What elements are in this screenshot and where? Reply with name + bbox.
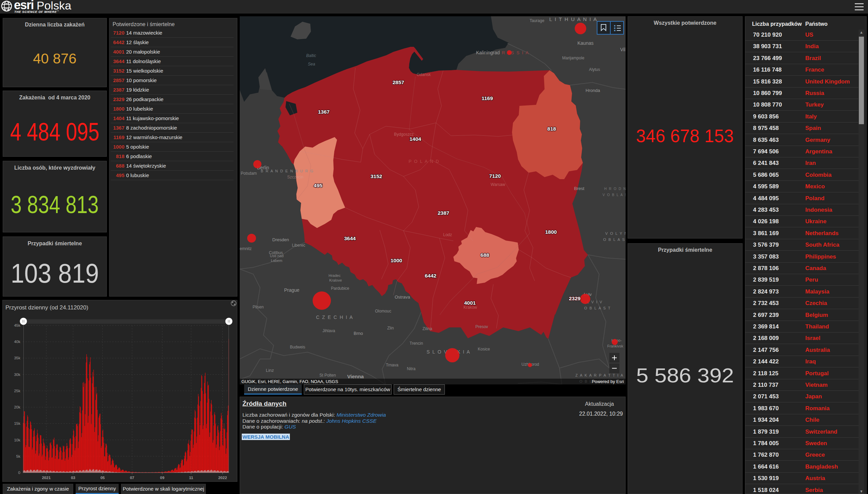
svg-text:2022: 2022: [218, 476, 227, 480]
svg-text:V O L Y N: V O L Y N: [605, 231, 626, 235]
svg-text:Szczecin: Szczecin: [287, 175, 303, 179]
svg-text:H R O D N A: H R O D N A: [604, 187, 626, 191]
svg-text:10k: 10k: [14, 438, 20, 442]
svg-text:2857: 2857: [393, 79, 404, 85]
svg-text:Alytus: Alytus: [589, 67, 600, 72]
svg-text:V O B L A S T S: V O B L A S T S: [603, 193, 626, 197]
svg-text:1404: 1404: [410, 136, 421, 142]
svg-text:35k: 35k: [14, 356, 20, 360]
svg-text:6442: 6442: [425, 273, 436, 279]
svg-text:5k: 5k: [16, 454, 20, 458]
svg-text:25k: 25k: [14, 389, 20, 393]
svg-text:7120: 7120: [489, 173, 501, 179]
svg-text:688: 688: [480, 252, 489, 258]
svg-text:20k: 20k: [14, 405, 20, 409]
svg-text:Marijampole: Marijampole: [562, 56, 585, 60]
svg-text:Kaunas: Kaunas: [577, 40, 593, 46]
svg-text:1367: 1367: [318, 109, 330, 115]
svg-text:Krakow: Krakow: [463, 305, 477, 310]
svg-text:Usti nad: Usti nad: [270, 254, 283, 258]
svg-text:Trnava: Trnava: [386, 363, 398, 367]
svg-text:07: 07: [130, 476, 134, 480]
svg-text:Warsaw: Warsaw: [491, 182, 505, 187]
svg-text:Vienna: Vienna: [347, 374, 364, 379]
svg-text:Budweis: Budweis: [290, 345, 305, 349]
svg-text:S S I A: S S I A: [511, 50, 529, 55]
svg-text:Kosice: Kosice: [478, 347, 490, 352]
svg-text:Jihlava: Jihlava: [322, 328, 335, 333]
svg-text:40k: 40k: [14, 340, 20, 344]
svg-text:O B L A S T: O B L A S T: [584, 306, 611, 310]
svg-text:Zilina: Zilina: [422, 326, 432, 331]
svg-text:818: 818: [547, 126, 556, 132]
svg-text:2387: 2387: [438, 210, 449, 216]
svg-text:Kralove: Kralove: [329, 278, 342, 282]
svg-text:11: 11: [189, 476, 194, 480]
svg-text:emnitz: emnitz: [240, 246, 252, 251]
svg-text:L I T H U A N I A: L I T H U A N I A: [549, 16, 597, 22]
svg-text:Plisen: Plisen: [253, 305, 264, 309]
svg-text:Olomouc: Olomouc: [375, 309, 391, 314]
svg-text:Brno: Brno: [354, 331, 363, 336]
svg-text:Taurage: Taurage: [530, 18, 545, 23]
svg-text:3644: 3644: [344, 235, 356, 241]
svg-text:Prague: Prague: [284, 287, 299, 293]
svg-text:1000: 1000: [391, 258, 402, 263]
svg-text:30k: 30k: [14, 373, 20, 377]
svg-text:R: R: [502, 50, 506, 55]
svg-text:15k: 15k: [14, 421, 20, 425]
svg-text:Presov: Presov: [475, 324, 488, 329]
svg-text:05: 05: [100, 476, 105, 480]
svg-text:GUGiK, Esri, HERE, Garmin, FAO: GUGiK, Esri, HERE, Garmin, FAO, NOAA, US…: [241, 379, 338, 384]
svg-text:P O L A N D: P O L A N D: [409, 159, 439, 164]
svg-text:Brest: Brest: [574, 186, 585, 191]
svg-text:1800: 1800: [545, 229, 557, 235]
svg-text:03: 03: [71, 476, 75, 480]
svg-text:0: 0: [18, 471, 20, 475]
svg-text:Viln: Viln: [620, 47, 626, 52]
svg-text:Hronda: Hronda: [586, 88, 600, 93]
svg-text:Potsdam: Potsdam: [241, 171, 257, 176]
svg-text:St Polten: St Polten: [319, 373, 336, 378]
svg-text:Ostrava: Ostrava: [395, 294, 410, 300]
svg-text:Kaliningrad: Kaliningrad: [476, 50, 500, 55]
svg-text:1169: 1169: [481, 95, 493, 101]
svg-text:O B L A S T: O B L A S T: [603, 238, 626, 242]
svg-text:Gdansk: Gdansk: [417, 72, 431, 77]
svg-text:Baltic: Baltic: [306, 53, 316, 58]
svg-text:2021: 2021: [42, 476, 51, 480]
svg-text:45k: 45k: [14, 323, 20, 327]
svg-text:Lodz: Lodz: [443, 232, 452, 237]
svg-text:Zlin: Zlin: [387, 326, 394, 330]
svg-text:495: 495: [314, 183, 322, 188]
svg-text:C Z E C H I A: C Z E C H I A: [316, 315, 353, 320]
svg-text:3152: 3152: [371, 173, 382, 179]
svg-text:Sea: Sea: [308, 62, 315, 66]
svg-text:09: 09: [160, 476, 164, 480]
svg-text:S L O V: S L O V: [427, 349, 448, 355]
svg-text:4001: 4001: [464, 300, 476, 306]
svg-text:Pardubice: Pardubice: [331, 286, 349, 291]
svg-text:2329: 2329: [569, 296, 581, 301]
svg-text:Liberec: Liberec: [292, 243, 305, 248]
svg-text:Nitra: Nitra: [407, 366, 416, 371]
svg-text:B R A N D E N B U R G: B R A N D E N B U R G: [261, 169, 314, 173]
svg-text:Dresden: Dresden: [272, 237, 289, 242]
svg-text:Linz: Linz: [266, 368, 274, 373]
svg-text:Trencin: Trencin: [410, 341, 423, 346]
svg-text:Hradec: Hradec: [329, 273, 341, 278]
svg-text:Labem: Labem: [271, 259, 282, 263]
